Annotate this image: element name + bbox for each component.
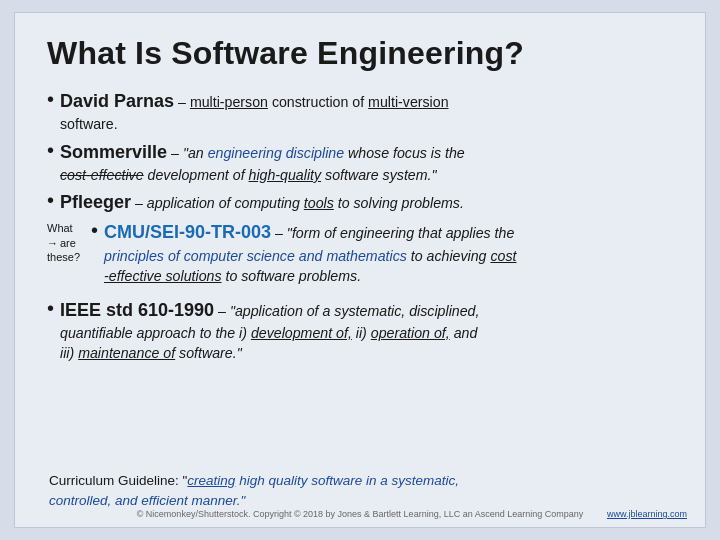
david-software: software.	[60, 116, 118, 132]
cmu-bullet-wrapper: • CMU/SEI-90-TR-003 – "form of engineeri…	[91, 219, 673, 286]
side-what: What	[47, 221, 91, 235]
sommerville-quote-open: "an	[183, 145, 208, 161]
pfleeger-name: Pfleeger	[60, 192, 131, 212]
sommerville-engineering: engineering discipline	[208, 145, 344, 161]
curriculum-label: Curriculum Guideline: "	[49, 473, 187, 488]
bullet-text-david: David Parnas – multi-person construction…	[60, 88, 673, 135]
david-text1: construction of	[272, 94, 368, 110]
bullet-dot-2: •	[47, 139, 54, 161]
ieee-maintenance-of: maintenance of	[78, 345, 175, 361]
pfleeger-app: application of computing	[147, 195, 304, 211]
sommerville-whose: whose focus is the	[348, 145, 465, 161]
sommerville-name: Sommerville	[60, 142, 167, 162]
sommerville-system: software system."	[325, 167, 436, 183]
side-arrow-icon: →	[47, 236, 58, 250]
sommerville-high-quality: high-quality	[249, 167, 322, 183]
bullet-list: • David Parnas – multi-person constructi…	[47, 88, 673, 457]
bullet-text-cmu: CMU/SEI-90-TR-003 – "form of engineering…	[104, 219, 673, 286]
pfleeger-solving: to solving problems.	[338, 195, 464, 211]
ieee-software: software."	[179, 345, 242, 361]
david-parnas-name: David Parnas	[60, 91, 174, 111]
slide-title: What Is Software Engineering?	[47, 35, 673, 72]
footer-copyright: © Nicemonkey/Shutterstock. Copyright © 2…	[15, 509, 705, 519]
cmu-principles: principles of computer science and mathe…	[104, 248, 407, 264]
ieee-operation-of: operation of,	[371, 325, 450, 341]
cmu-row: What → are these? • CMU/SEI-90-TR-003 – …	[47, 219, 673, 286]
cmu-separator: –	[275, 225, 287, 241]
bullet-text-sommerville: Sommerville – "an engineering discipline…	[60, 139, 673, 186]
pfleeger-tools: tools	[304, 195, 334, 211]
footer-url: www.jblearning.com	[607, 509, 687, 519]
ieee-development-of: development of,	[251, 325, 352, 341]
cmu-form: "form of engineering that applies the	[287, 225, 514, 241]
bullet-item-pfleeger: • Pfleeger – application of computing to…	[47, 189, 673, 215]
bullet-item-cmu: • CMU/SEI-90-TR-003 – "form of engineeri…	[91, 219, 673, 286]
ieee-separator: –	[218, 303, 230, 319]
david-separator: –	[178, 94, 190, 110]
side-are-arrow: → are	[47, 236, 91, 250]
sommerville-cost-effective: cost-effective	[60, 167, 144, 183]
slide-container: What Is Software Engineering? • David Pa…	[14, 12, 706, 528]
bullet-item-sommerville: • Sommerville – "an engineering discipli…	[47, 139, 673, 186]
bullet-dot-3: •	[47, 189, 54, 211]
curriculum-box: Curriculum Guideline: "creating high qua…	[47, 471, 673, 512]
curriculum-creating: creating	[187, 473, 235, 488]
content-area: • David Parnas – multi-person constructi…	[47, 88, 673, 457]
side-labels: What → are these?	[47, 219, 91, 264]
bullet-dot-4: •	[91, 219, 98, 241]
cmu-name: CMU/SEI-90-TR-003	[104, 222, 271, 242]
ieee-name: IEEE std 610-1990	[60, 300, 214, 320]
side-these: these?	[47, 250, 91, 264]
multi-version: multi-version	[368, 94, 448, 110]
cmu-achieving: to achieving	[411, 248, 491, 264]
bullet-item-david: • David Parnas – multi-person constructi…	[47, 88, 673, 135]
bullet-dot-5: •	[47, 297, 54, 319]
bullet-text-pfleeger: Pfleeger – application of computing tool…	[60, 189, 673, 215]
bullet-dot-1: •	[47, 88, 54, 110]
pfleeger-separator: –	[135, 195, 147, 211]
bullet-item-ieee: • IEEE std 610-1990 – "application of a …	[47, 297, 673, 364]
sommerville-development: development of	[148, 167, 249, 183]
ieee-ii: ii)	[356, 325, 371, 341]
multi-person: multi-person	[190, 94, 268, 110]
cmu-software: to software problems.	[225, 268, 361, 284]
bullet-text-ieee: IEEE std 610-1990 – "application of a sy…	[60, 297, 673, 364]
side-are: are	[60, 236, 76, 250]
sommerville-separator: –	[171, 145, 183, 161]
